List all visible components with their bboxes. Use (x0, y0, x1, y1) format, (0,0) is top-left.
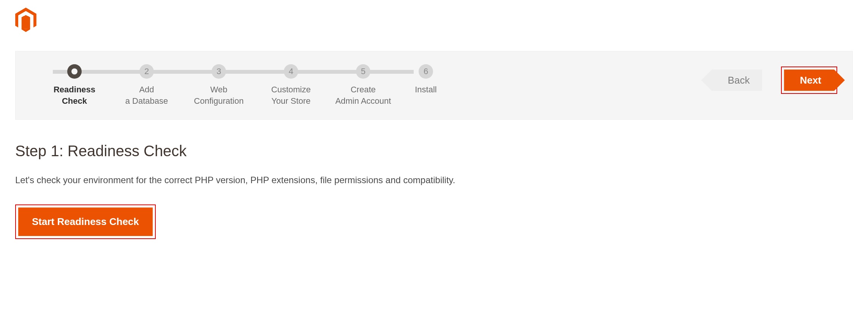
step-indicator-active-icon (67, 64, 82, 79)
step-label: Create Admin Account (335, 84, 391, 106)
back-button[interactable]: Back (712, 70, 762, 91)
step-connector (342, 70, 414, 74)
step-connector (269, 70, 342, 74)
back-button-label: Back (728, 74, 750, 86)
page-description: Let's check your environment for the cor… (15, 175, 853, 185)
start-button-highlight: Start Readiness Check (15, 204, 156, 239)
wizard-progress-bar: Readiness Check 2 Add a Database 3 Web C… (15, 51, 853, 120)
start-button-label: Start Readiness Check (32, 216, 139, 227)
step-indicator-icon: 3 (212, 64, 226, 79)
step-indicator-icon: 4 (284, 64, 298, 79)
step-connector (197, 70, 269, 74)
wizard-nav-buttons: Back Next (712, 64, 837, 94)
start-readiness-check-button[interactable]: Start Readiness Check (18, 208, 153, 236)
next-button-label: Next (800, 74, 821, 86)
step-indicator-icon: 2 (139, 64, 154, 79)
step-label: Customize Your Store (271, 84, 311, 106)
header (0, 0, 868, 36)
step-indicator-icon: 5 (356, 64, 370, 79)
step-number: 4 (289, 67, 293, 76)
next-button[interactable]: Next (784, 70, 834, 91)
step-label: Install (415, 84, 436, 95)
next-button-highlight: Next (781, 67, 837, 94)
step-label: Web Configuration (194, 84, 244, 106)
step-label: Add a Database (125, 84, 168, 106)
step-label: Readiness Check (54, 84, 95, 106)
step-number: 3 (217, 67, 221, 76)
wizard-step-install[interactable]: 6 Install (399, 64, 452, 95)
page-content: Step 1: Readiness Check Let's check your… (0, 120, 868, 262)
step-number: 5 (361, 67, 365, 76)
step-number: 6 (424, 67, 428, 76)
step-indicator-icon: 6 (419, 64, 433, 79)
wizard-step-readiness-check[interactable]: Readiness Check (38, 64, 111, 106)
magento-logo-icon (15, 8, 853, 32)
step-number: 2 (144, 67, 149, 76)
wizard-steps: Readiness Check 2 Add a Database 3 Web C… (38, 64, 452, 106)
page-title: Step 1: Readiness Check (15, 143, 853, 160)
step-connector (125, 70, 197, 74)
step-connector (53, 70, 125, 74)
